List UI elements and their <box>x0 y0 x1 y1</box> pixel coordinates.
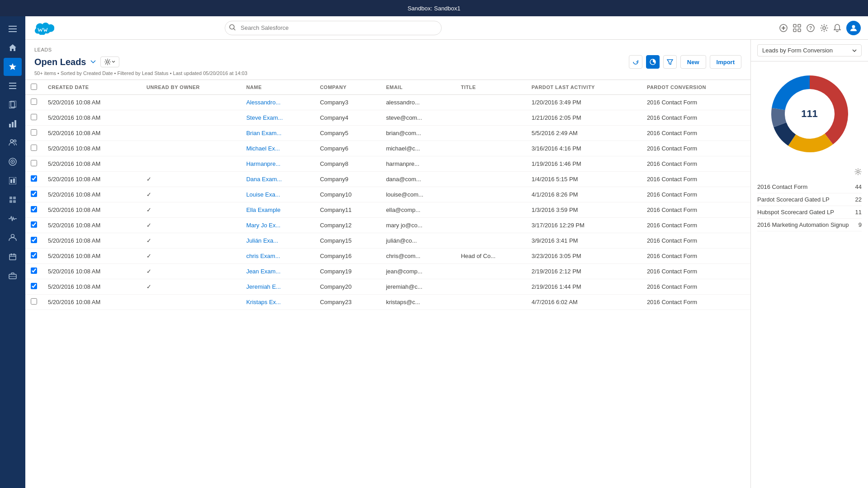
row-unread <box>141 141 241 156</box>
import-button[interactable]: Import <box>710 55 741 69</box>
row-email: alessandro... <box>381 95 456 110</box>
row-name[interactable]: Steve Exam... <box>241 110 315 126</box>
row-pardot-conv: 2016 Contact Form <box>642 126 750 141</box>
chart-view-btn[interactable] <box>646 55 660 69</box>
settings-icon[interactable] <box>820 24 828 32</box>
row-pardot-conv: 2016 Contact Form <box>642 295 750 310</box>
row-checkbox[interactable] <box>25 218 42 233</box>
row-checkbox[interactable] <box>25 295 42 310</box>
row-checkbox[interactable] <box>25 156 42 172</box>
nav-people-icon[interactable] <box>4 134 22 152</box>
filter-btn[interactable] <box>663 55 677 69</box>
row-name[interactable]: Jeremiah E... <box>241 279 315 295</box>
nav-users-icon[interactable] <box>4 229 22 247</box>
row-name[interactable]: Dana Exam... <box>241 172 315 187</box>
row-checkbox[interactable] <box>25 141 42 156</box>
row-name[interactable]: Michael Ex... <box>241 141 315 156</box>
row-pardot-last: 1/4/2016 5:15 PM <box>526 172 642 187</box>
row-name[interactable]: Kristaps Ex... <box>241 295 315 310</box>
legend-item: 2016 Contact Form44 <box>757 181 862 193</box>
row-email: chris@com... <box>381 249 456 264</box>
row-company: Company19 <box>315 264 381 279</box>
col-created-date: CREATED DATE <box>42 80 141 95</box>
notifications-icon[interactable] <box>834 24 841 32</box>
refresh-btn[interactable] <box>629 55 642 69</box>
row-name[interactable]: Alessandro... <box>241 95 315 110</box>
nav-home-icon[interactable] <box>4 39 22 57</box>
help-icon[interactable]: ? <box>807 24 815 32</box>
svg-rect-2 <box>9 31 17 32</box>
row-created-date: 5/20/2016 10:08 AM <box>42 141 141 156</box>
row-checkbox[interactable] <box>25 187 42 202</box>
nav-copy-icon[interactable] <box>4 96 22 114</box>
row-checkbox[interactable] <box>25 279 42 295</box>
row-name[interactable]: Harmanpre... <box>241 156 315 172</box>
nav-favorites-icon[interactable] <box>4 58 22 76</box>
nav-menu-icon[interactable] <box>4 20 22 38</box>
row-name[interactable]: Brian Exam... <box>241 126 315 141</box>
svg-rect-16 <box>9 177 16 184</box>
nav-pulse-icon[interactable] <box>4 210 22 228</box>
nav-briefcase-icon[interactable] <box>4 267 22 285</box>
row-unread: ✓ <box>141 249 241 264</box>
svg-rect-5 <box>9 88 16 89</box>
row-pardot-conv: 2016 Contact Form <box>642 279 750 295</box>
svg-rect-21 <box>9 200 12 203</box>
row-name[interactable]: Mary Jo Ex... <box>241 218 315 233</box>
row-name[interactable]: chris Exam... <box>241 249 315 264</box>
row-name[interactable]: Jean Exam... <box>241 264 315 279</box>
chart-gear-icon[interactable] <box>854 168 862 177</box>
row-name[interactable]: Julián Exa... <box>241 233 315 249</box>
table-row: 5/20/2016 10:08 AM ✓ Julián Exa... Compa… <box>25 233 750 249</box>
row-pardot-last: 3/17/2016 12:29 PM <box>526 218 642 233</box>
col-title: TITLE <box>455 80 526 95</box>
subheader-text: 50+ items • Sorted by Created Date • Fil… <box>34 70 741 76</box>
table-row: 5/20/2016 10:08 AM Brian Exam... Company… <box>25 126 750 141</box>
header-bar: ? <box>25 16 868 40</box>
nav-chart-icon[interactable] <box>4 115 22 133</box>
legend-label: 2016 Contact Form <box>757 183 852 190</box>
svg-rect-35 <box>793 24 796 27</box>
legend-item: 2016 Marketing Automation Signup9 <box>757 219 862 231</box>
nav-reports-icon[interactable] <box>4 172 22 190</box>
row-email: louise@com... <box>381 187 456 202</box>
title-dropdown-btn[interactable] <box>90 60 96 64</box>
new-button[interactable]: New <box>680 55 706 69</box>
row-checkbox[interactable] <box>25 126 42 141</box>
grid-icon[interactable] <box>793 24 801 32</box>
row-checkbox[interactable] <box>25 233 42 249</box>
svg-rect-4 <box>9 85 16 86</box>
avatar[interactable] <box>846 21 861 35</box>
row-created-date: 5/20/2016 10:08 AM <box>42 279 141 295</box>
row-checkbox[interactable] <box>25 249 42 264</box>
row-checkbox[interactable] <box>25 95 42 110</box>
row-pardot-last: 1/19/2016 1:46 PM <box>526 156 642 172</box>
row-pardot-last: 4/1/2016 8:26 PM <box>526 187 642 202</box>
row-title <box>455 110 526 126</box>
row-checkbox[interactable] <box>25 110 42 126</box>
search-bar <box>225 21 442 35</box>
nav-list-icon[interactable] <box>4 77 22 95</box>
row-pardot-conv: 2016 Contact Form <box>642 218 750 233</box>
nav-calendar-icon[interactable] <box>4 248 22 266</box>
row-checkbox[interactable] <box>25 202 42 218</box>
row-unread: ✓ <box>141 218 241 233</box>
nav-target-icon[interactable] <box>4 153 22 171</box>
svg-rect-24 <box>9 254 16 260</box>
select-all-header[interactable] <box>25 80 42 95</box>
chart-dropdown[interactable]: Leads by Form Conversion <box>757 44 862 56</box>
row-name[interactable]: Louise Exa... <box>241 187 315 202</box>
row-unread <box>141 295 241 310</box>
row-created-date: 5/20/2016 10:08 AM <box>42 156 141 172</box>
search-input[interactable] <box>225 21 442 35</box>
row-name[interactable]: Ella Example <box>241 202 315 218</box>
table-row: 5/20/2016 10:08 AM Harmanpre... Company8… <box>25 156 750 172</box>
gear-settings-btn[interactable] <box>100 56 119 67</box>
row-pardot-conv: 2016 Contact Form <box>642 264 750 279</box>
row-checkbox[interactable] <box>25 172 42 187</box>
add-icon[interactable] <box>779 24 788 32</box>
nav-packages-icon[interactable] <box>4 191 22 209</box>
col-pardot-last: PARDOT LAST ACTIVITY <box>526 80 642 95</box>
row-checkbox[interactable] <box>25 264 42 279</box>
row-company: Company3 <box>315 95 381 110</box>
